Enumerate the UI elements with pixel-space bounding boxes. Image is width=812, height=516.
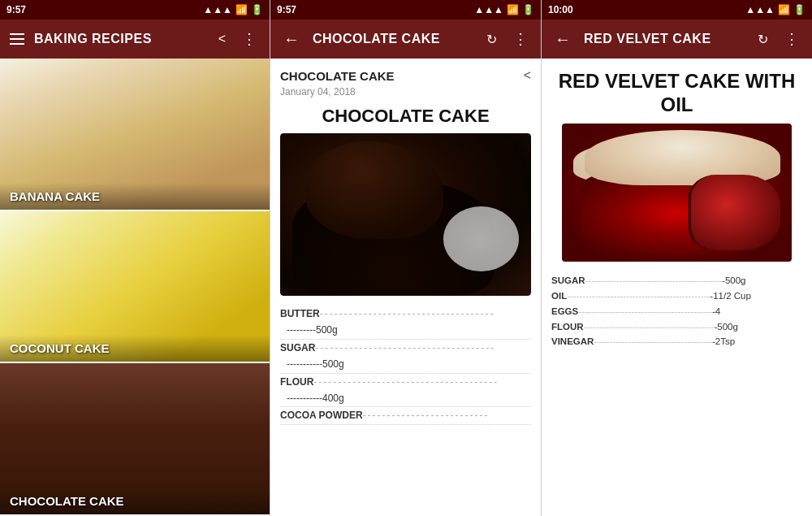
panel-red-velvet: 10:00 ▲▲▲ 📶 🔋 ← RED VELVET CAKE ↻ ⋮ RED … (542, 0, 812, 516)
status-bar-1: 9:57 ▲▲▲ 📶 🔋 (0, 0, 270, 20)
time-3: 10:00 (548, 4, 573, 15)
share-icon-content[interactable]: < (524, 68, 531, 83)
status-icons-2: ▲▲▲ 📶 🔋 (474, 4, 534, 15)
refresh-button-2[interactable]: ↻ (483, 28, 500, 50)
red-velvet-content: RED VELVET CAKE WITH OIL SUGAR----------… (542, 59, 812, 516)
share-button[interactable]: < (215, 28, 229, 50)
status-bar-2: 9:57 ▲▲▲ 📶 🔋 (270, 0, 541, 20)
app-bar-1: BAKING RECIPES < ⋮ (0, 20, 270, 59)
red-velvet-photo (562, 124, 792, 262)
panel-baking-recipes: 9:57 ▲▲▲ 📶 🔋 BAKING RECIPES < ⋮ BANANA C… (0, 0, 270, 516)
app-bar-3: ← RED VELVET CAKE ↻ ⋮ (542, 20, 812, 59)
chocolate-content: CHOCOLATE CAKE < January 04, 2018 CHOCOL… (270, 59, 541, 516)
time-2: 9:57 (277, 4, 296, 15)
more-button-2[interactable]: ⋮ (510, 27, 531, 51)
list-item-chocolate[interactable]: CHOCOLATE CAKE (0, 363, 270, 516)
status-bar-3: 10:00 ▲▲▲ 📶 🔋 (542, 0, 812, 20)
recipe-list: BANANA CAKE COCONUT CAKE CHOCOLATE CAKE (0, 59, 270, 516)
status-icons-3: ▲▲▲ 📶 🔋 (745, 4, 806, 15)
back-button-2[interactable]: ← (280, 30, 303, 49)
recipe-main-title: CHOCOLATE CAKE (280, 69, 395, 83)
red-velvet-hero-title: RED VELVET CAKE WITH OIL (542, 59, 812, 124)
ingredients-redvelvet: SUGAR-----------------------------------… (542, 270, 812, 516)
battery-icon-2: 🔋 (522, 4, 534, 15)
chocolate-cake-label: CHOCOLATE CAKE (0, 488, 270, 514)
wifi-icon: 📶 (235, 4, 248, 15)
signal-icon-3: ▲▲▲ (745, 4, 775, 15)
rv-vinegar: VINEGAR---------------------------------… (551, 334, 802, 349)
coconut-cake-label: COCONUT CAKE (0, 335, 270, 362)
rv-oil: OIL-------------------------------------… (551, 288, 802, 304)
ingredient-butter: BUTTER----------------------------------… (280, 306, 531, 340)
battery-icon-3: 🔋 (793, 4, 806, 15)
app-bar-title-2: CHOCOLATE CAKE (313, 32, 473, 46)
rv-sugar: SUGAR-----------------------------------… (551, 273, 802, 288)
app-title: BAKING RECIPES (34, 32, 205, 46)
recipe-title-row: CHOCOLATE CAKE < (280, 68, 531, 83)
app-bar-title-3: RED VELVET CAKE (584, 32, 745, 46)
ingredients-chocolate: BUTTER----------------------------------… (280, 306, 531, 506)
list-item-coconut[interactable]: COCONUT CAKE (0, 211, 270, 364)
rv-flour: FLOUR-----------------------------------… (551, 319, 802, 335)
time-1: 9:57 (6, 4, 26, 15)
ingredient-sugar-choc: SUGAR-----------------------------------… (280, 340, 531, 374)
menu-button[interactable] (10, 33, 24, 45)
back-button-3[interactable]: ← (551, 30, 574, 49)
signal-icon: ▲▲▲ (203, 4, 232, 15)
hero-title-chocolate: CHOCOLATE CAKE (280, 106, 531, 127)
signal-icon-2: ▲▲▲ (474, 4, 503, 15)
battery-icon: 🔋 (251, 4, 263, 15)
list-item-banana[interactable]: BANANA CAKE (0, 59, 270, 211)
wifi-icon-2: 📶 (507, 4, 519, 15)
ingredient-cocoa: COCOA POWDER-------------------------- (280, 407, 531, 424)
app-bar-2: ← CHOCOLATE CAKE ↻ ⋮ (270, 20, 541, 59)
recipe-date: January 04, 2018 (280, 86, 531, 98)
refresh-button-3[interactable]: ↻ (754, 28, 771, 50)
banana-cake-label: BANANA CAKE (0, 183, 270, 210)
rv-eggs: EGGS------------------------------------… (551, 304, 802, 319)
more-button-3[interactable]: ⋮ (781, 27, 802, 51)
more-button[interactable]: ⋮ (239, 27, 260, 51)
wifi-icon-3: 📶 (778, 4, 790, 15)
ingredient-flour-choc: FLOUR-----------------------------------… (280, 374, 531, 408)
status-icons-1: ▲▲▲ 📶 🔋 (203, 4, 263, 15)
chocolate-cake-photo (280, 133, 531, 296)
panel-chocolate-cake: 9:57 ▲▲▲ 📶 🔋 ← CHOCOLATE CAKE ↻ ⋮ CHOCOL… (270, 0, 542, 516)
